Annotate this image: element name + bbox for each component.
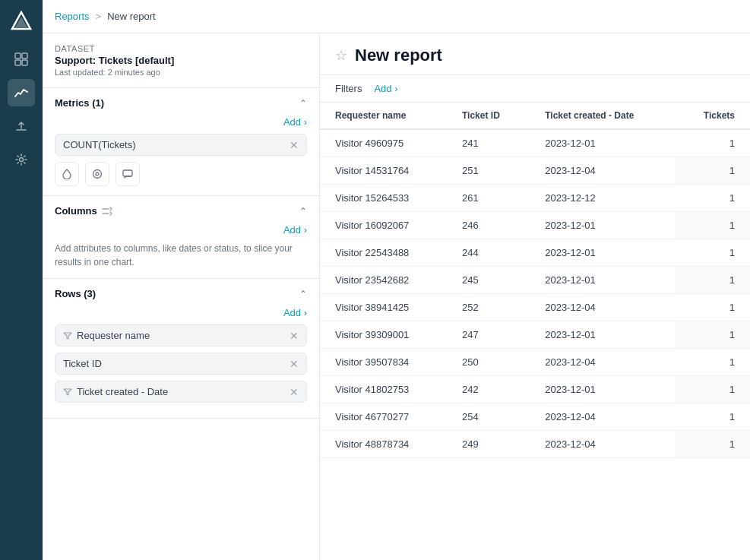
cell-tickets: 1 [675, 376, 750, 403]
dataset-name: Support: Tickets [default] [55, 55, 307, 66]
cell-tickets: 1 [675, 157, 750, 185]
table-row: Visitor 418027532422023-12-011 [320, 376, 750, 403]
cell-requester-name: Visitor 15264533 [320, 185, 447, 212]
cell-ticket-id: 254 [447, 403, 530, 431]
right-panel: ☆ New report Filters Add › Requester nam… [320, 33, 750, 560]
cell-ticket-id: 246 [447, 212, 530, 239]
message-icon-button[interactable] [116, 162, 140, 186]
rows-chip-requester-close-icon[interactable]: ✕ [290, 331, 299, 341]
left-panel: Dataset Support: Tickets [default] Last … [43, 33, 320, 560]
cell-ticket-created-date: 2023-12-04 [530, 431, 675, 458]
dataset-updated: Last updated: 2 minutes ago [55, 68, 307, 77]
svg-rect-2 [15, 53, 21, 59]
rows-add-link[interactable]: Add › [283, 307, 307, 318]
dataset-label: Dataset [55, 44, 307, 53]
rows-chip-ticket-created-date: Ticket created - Date ✕ [55, 381, 307, 403]
cell-tickets: 1 [675, 403, 750, 431]
svg-rect-4 [15, 60, 21, 65]
cell-ticket-created-date: 2023-12-12 [530, 185, 675, 212]
cell-requester-name: Visitor 39507834 [320, 349, 447, 376]
sidebar [0, 0, 43, 560]
cell-tickets: 1 [675, 321, 750, 349]
table-row: Visitor 160920672462023-12-011 [320, 212, 750, 239]
cell-tickets: 1 [675, 212, 750, 239]
columns-chevron-icon[interactable]: ⌃ [299, 206, 307, 217]
col-header-ticket-id: Ticket ID [447, 103, 530, 129]
cell-requester-name: Visitor 46770277 [320, 403, 447, 431]
cell-ticket-id: 247 [447, 321, 530, 349]
cell-requester-name: Visitor 41802753 [320, 376, 447, 403]
metrics-chevron-icon[interactable]: ⌃ [299, 98, 307, 109]
columns-header: Columns ⌃ [55, 205, 307, 217]
rows-chip-ticket-id-label: Ticket ID [63, 358, 102, 369]
table-body: Visitor 49609752412023-12-011Visitor 145… [320, 129, 750, 458]
report-title: New report [355, 46, 442, 65]
table-row: Visitor 488787342492023-12-041 [320, 431, 750, 458]
cell-ticket-id: 251 [447, 157, 530, 185]
radio-icon-button[interactable] [85, 162, 109, 186]
rows-chip-ticket-created-date-label: Ticket created - Date [77, 386, 168, 397]
sidebar-item-upload[interactable] [8, 112, 35, 140]
cell-tickets: 1 [675, 294, 750, 321]
filters-add-link[interactable]: Add › [374, 83, 397, 94]
metrics-chip: COUNT(Tickets) ✕ [55, 134, 307, 156]
columns-add-link[interactable]: Add › [283, 224, 307, 236]
filters-bar: Filters Add › [320, 75, 750, 103]
table-row: Visitor 225434882442023-12-011 [320, 239, 750, 267]
topbar: Reports > New report [43, 0, 750, 33]
breadcrumb-reports-link[interactable]: Reports [55, 11, 90, 22]
breadcrumb-current: New report [107, 11, 156, 22]
cell-ticket-created-date: 2023-12-01 [530, 212, 675, 239]
col-header-ticket-created-date: Ticket created - Date [530, 103, 675, 129]
columns-title: Columns [55, 205, 97, 217]
metrics-header: Metrics (1) ⌃ [55, 97, 307, 109]
rows-chip-ticket-id-close-icon[interactable]: ✕ [290, 359, 299, 369]
sidebar-item-dashboard[interactable] [8, 46, 35, 73]
data-table: Requester name Ticket ID Ticket created … [320, 103, 750, 458]
svg-rect-3 [22, 53, 27, 59]
content-area: Dataset Support: Tickets [default] Last … [43, 33, 750, 560]
rows-chip-requester-name: Requester name ✕ [55, 324, 307, 346]
cell-ticket-created-date: 2023-12-01 [530, 239, 675, 267]
sidebar-item-settings[interactable] [8, 146, 35, 173]
cell-ticket-id: 241 [447, 129, 530, 157]
col-header-tickets: Tickets [675, 103, 750, 129]
droplet-icon-button[interactable] [55, 162, 79, 186]
sidebar-item-reports[interactable] [8, 79, 35, 106]
cell-ticket-created-date: 2023-12-01 [530, 129, 675, 157]
data-table-container: Requester name Ticket ID Ticket created … [320, 103, 750, 560]
rows-chevron-icon[interactable]: ⌃ [299, 289, 307, 299]
cell-ticket-created-date: 2023-12-04 [530, 157, 675, 185]
cell-ticket-id: 242 [447, 376, 530, 403]
metrics-chip-close-icon[interactable]: ✕ [290, 140, 299, 150]
cell-ticket-id: 250 [447, 349, 530, 376]
cell-tickets: 1 [675, 349, 750, 376]
cell-requester-name: Visitor 4960975 [320, 129, 447, 157]
table-row: Visitor 235426822452023-12-011 [320, 267, 750, 294]
svg-point-8 [96, 172, 99, 176]
logo[interactable] [9, 9, 33, 33]
cell-tickets: 1 [675, 185, 750, 212]
breadcrumb-separator: > [96, 11, 102, 22]
cell-ticket-id: 249 [447, 431, 530, 458]
rows-chip-ticket-created-date-close-icon[interactable]: ✕ [290, 387, 299, 397]
star-icon[interactable]: ☆ [335, 47, 347, 64]
cell-ticket-id: 245 [447, 267, 530, 294]
rows-chip-requester-name-label: Requester name [77, 330, 150, 341]
cell-ticket-id: 252 [447, 294, 530, 321]
cell-requester-name: Visitor 48878734 [320, 431, 447, 458]
metrics-add-link[interactable]: Add › [283, 116, 307, 128]
rows-title: Rows (3) [55, 288, 96, 299]
table-row: Visitor 467702772542023-12-041 [320, 403, 750, 431]
filter-icon-2 [63, 388, 72, 397]
cell-tickets: 1 [675, 431, 750, 458]
cell-ticket-created-date: 2023-12-01 [530, 376, 675, 403]
columns-section: Columns ⌃ Add › Add attributes to column… [43, 196, 319, 279]
cell-ticket-created-date: 2023-12-04 [530, 294, 675, 321]
columns-shuffle-icon [102, 206, 112, 217]
metrics-chip-text: COUNT(Tickets) [63, 139, 136, 150]
svg-rect-9 [123, 170, 132, 176]
cell-ticket-created-date: 2023-12-01 [530, 267, 675, 294]
cell-requester-name: Visitor 16092067 [320, 212, 447, 239]
cell-ticket-created-date: 2023-12-04 [530, 349, 675, 376]
